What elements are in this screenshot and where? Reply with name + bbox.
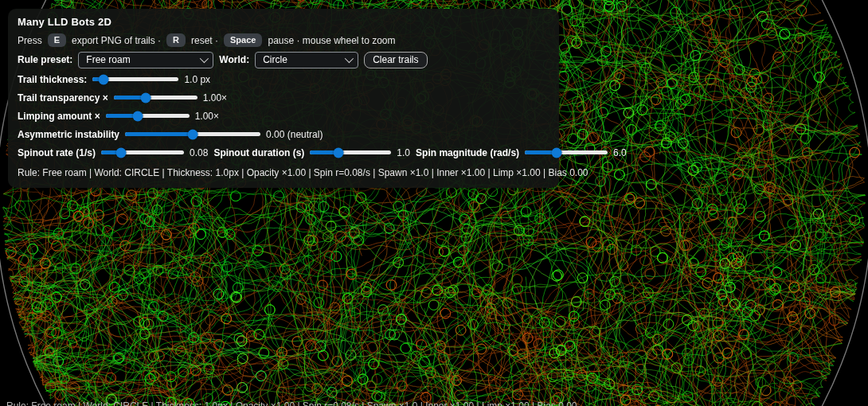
asymmetric-instability-value: 0.00 (neutral) <box>266 129 323 140</box>
limping-amount-label: Limping amount × <box>18 111 100 122</box>
preset-row: Rule preset: Free roam World: Circle Cle… <box>18 49 548 70</box>
limping-row: Limping amount × 1.00× <box>18 107 548 125</box>
spin-magnitude-slider[interactable] <box>525 150 608 154</box>
spinout-duration-slider[interactable] <box>310 150 391 154</box>
spinout-duration-label: Spinout duration (s) <box>213 147 304 158</box>
slider-thumb[interactable] <box>140 92 151 103</box>
spinout-duration-value: 1.0 <box>397 147 410 158</box>
spin-magnitude-value: 6.0 <box>613 147 627 158</box>
world-select[interactable]: Circle <box>255 52 358 68</box>
status-bar: Rule: Free roam | World: CIRCLE | Thickn… <box>18 166 548 180</box>
footer-status: Rule: Free roam | World: CIRCLE | Thickn… <box>6 400 577 406</box>
slider-thumb[interactable] <box>115 147 126 158</box>
thickness-row: Trail thickness: 1.0 px <box>18 70 548 88</box>
spinout-rate-label: Spinout rate (1/s) <box>18 147 96 158</box>
chevron-down-icon <box>345 54 354 63</box>
control-panel: Many LLD Bots 2D Press E export PNG of t… <box>8 9 559 188</box>
help-prefix: Press <box>18 35 42 46</box>
trail-thickness-value: 1.0 px <box>184 74 210 85</box>
help-reset-text: reset · <box>191 35 218 46</box>
spinout-row: Spinout rate (1/s) 0.08 Spinout duration… <box>18 143 548 162</box>
spinout-rate-value: 0.08 <box>190 147 208 158</box>
key-space-badge: Space <box>224 33 262 47</box>
clear-trails-button[interactable]: Clear trails <box>364 52 427 68</box>
key-e-badge: E <box>48 33 66 47</box>
trail-transparency-slider[interactable] <box>114 96 197 100</box>
slider-thumb[interactable] <box>334 147 344 158</box>
limping-amount-value: 1.00× <box>195 111 219 122</box>
slider-thumb[interactable] <box>132 111 143 121</box>
trail-transparency-label: Trail transparency × <box>18 92 108 103</box>
trail-transparency-value: 1.00× <box>203 92 227 103</box>
slider-thumb[interactable] <box>99 74 109 84</box>
asymmetric-instability-label: Asymmetric instability <box>18 129 119 140</box>
chevron-down-icon <box>200 54 209 63</box>
spinout-rate-slider[interactable] <box>101 150 184 154</box>
slider-thumb[interactable] <box>188 129 198 139</box>
world-value: Circle <box>263 54 287 65</box>
asymmetric-instability-slider[interactable] <box>125 132 260 136</box>
trail-thickness-label: Trail thickness: <box>18 74 87 85</box>
rule-preset-value: Free roam <box>86 54 130 65</box>
help-export-text: export PNG of trails · <box>72 35 161 46</box>
help-row: Press E export PNG of trails · R reset ·… <box>18 31 548 49</box>
transparency-row: Trail transparency × 1.00× <box>18 88 548 107</box>
slider-thumb[interactable] <box>551 147 561 158</box>
limping-amount-slider[interactable] <box>106 114 190 118</box>
key-r-badge: R <box>166 33 186 47</box>
spin-magnitude-label: Spin magnitude (rad/s) <box>416 147 519 158</box>
rule-preset-label: Rule preset: <box>18 54 72 65</box>
trail-thickness-slider[interactable] <box>92 77 178 81</box>
world-label: World: <box>219 54 249 65</box>
asymmetric-row: Asymmetric instability 0.00 (neutral) <box>18 125 548 143</box>
help-pause-text: pause · mouse wheel to zoom <box>268 35 395 46</box>
page-title: Many LLD Bots 2D <box>18 14 548 31</box>
rule-preset-select[interactable]: Free roam <box>78 52 213 68</box>
